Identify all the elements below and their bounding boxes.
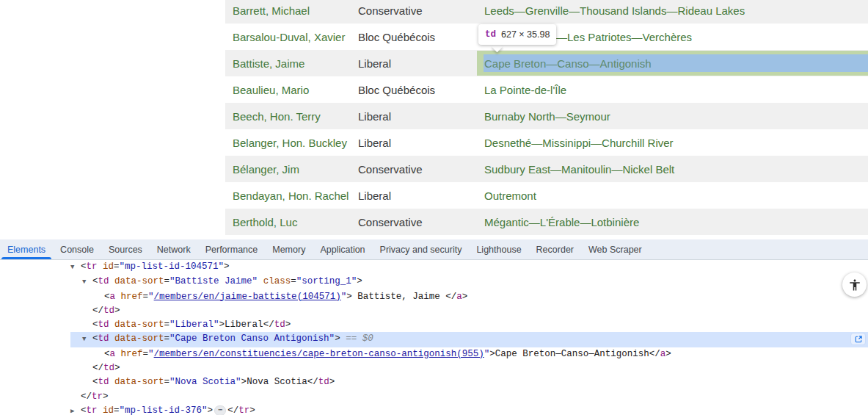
- table-row: Beech, Hon. TerryLiberalBurnaby North—Se…: [225, 103, 868, 129]
- mp-name-link[interactable]: Barsalou-Duval, Xavier: [233, 31, 358, 43]
- accessibility-person-icon: [848, 278, 861, 292]
- code-token: data-sort: [114, 333, 164, 344]
- riding-link[interactable]: La Pointe-de-l'Île: [484, 84, 566, 96]
- code-token: >: [357, 276, 362, 286]
- accessibility-widget-button[interactable]: [842, 273, 867, 297]
- mp-name-link[interactable]: Beech, Hon. Terry: [233, 110, 358, 123]
- code-token: </: [649, 349, 660, 359]
- code-token: td: [98, 320, 109, 330]
- code-line[interactable]: ▼<tr id="mp-list-id-104571">: [70, 260, 868, 275]
- mp-name-link[interactable]: Beaulieu, Mario: [233, 84, 358, 96]
- scroll-into-view-button[interactable]: [850, 333, 866, 345]
- code-token: td: [98, 333, 109, 344]
- tab-web-scraper[interactable]: Web Scraper: [581, 239, 649, 259]
- code-token: >: [103, 391, 109, 402]
- tab-privacy-and-security[interactable]: Privacy and security: [373, 239, 470, 259]
- code-line[interactable]: <a href="/members/en/constituencies/cape…: [70, 347, 868, 361]
- mp-name-link[interactable]: Battiste, Jaime: [233, 57, 358, 70]
- party-label: Bloc Québécois: [358, 31, 484, 43]
- code-token: tr: [92, 391, 103, 402]
- tab-lighthouse[interactable]: Lighthouse: [469, 239, 528, 259]
- tab-sources[interactable]: Sources: [101, 239, 150, 259]
- riding-link[interactable]: Cape Breton—Canso—Antigonish: [484, 57, 652, 70]
- party-label: Conservative: [358, 216, 484, 228]
- code-token: "Battiste Jaime": [169, 276, 258, 286]
- code-line[interactable]: ▶<tr id="mp-list-id-376">⋯</tr>: [70, 404, 868, 415]
- code-token: Battiste, Jaime: [352, 292, 446, 302]
- code-token: </: [81, 391, 92, 402]
- tab-memory[interactable]: Memory: [265, 239, 313, 259]
- code-token: "Cape Breton Canso Antigonish": [169, 333, 335, 344]
- mp-name-link[interactable]: Bélanger, Jim: [233, 163, 358, 176]
- scroll-into-view-icon: [854, 335, 863, 344]
- code-token: td: [274, 320, 285, 330]
- code-line[interactable]: </td>: [70, 361, 868, 375]
- code-line[interactable]: <a href="/members/en/jaime-battiste(1045…: [70, 290, 868, 304]
- code-token: td: [98, 276, 109, 286]
- code-token: [109, 320, 115, 330]
- party-label: Bloc Québécois: [358, 84, 484, 96]
- party-label: Liberal: [358, 137, 484, 149]
- code-token: =: [164, 377, 170, 387]
- code-token: <: [81, 405, 87, 415]
- code-line[interactable]: ▼<td data-sort="Battiste Jaime" class="s…: [70, 275, 868, 289]
- party-label: Liberal: [358, 190, 484, 202]
- tab-elements[interactable]: Elements: [0, 239, 53, 259]
- expand-ellipsis-button[interactable]: ⋯: [214, 405, 226, 415]
- code-line[interactable]: </td>: [70, 304, 868, 318]
- code-token: </: [92, 306, 103, 316]
- code-line-selected[interactable]: ▼<td data-sort="Cape Breton Canso Antigo…: [70, 332, 868, 347]
- mp-name-link[interactable]: Berthold, Luc: [233, 216, 358, 228]
- code-token: Nova Scotia: [247, 377, 307, 387]
- devtools-panel: ElementsConsoleSourcesNetworkPerformance…: [0, 239, 868, 415]
- code-token: tr: [87, 405, 98, 415]
- collapse-arrow-icon[interactable]: ▼: [82, 333, 92, 347]
- code-token: >: [219, 320, 225, 330]
- code-token: </: [307, 377, 318, 387]
- href-link-value[interactable]: /members/en/constituencies/cape-breton-c…: [154, 349, 484, 359]
- code-token: <: [92, 276, 98, 286]
- code-token: <: [92, 377, 98, 387]
- code-token: href: [121, 349, 143, 359]
- tab-network[interactable]: Network: [150, 239, 198, 259]
- code-token: data-sort: [114, 377, 164, 387]
- code-token: <: [104, 292, 110, 302]
- code-line[interactable]: </tr>: [70, 390, 868, 404]
- mp-name-link[interactable]: Belanger, Hon. Buckley: [233, 137, 358, 149]
- code-token: "Liberal": [169, 320, 219, 330]
- collapse-arrow-icon[interactable]: ▼: [82, 275, 92, 289]
- code-token: "sorting_1": [296, 276, 357, 286]
- code-token: =: [291, 276, 296, 286]
- riding-link[interactable]: Outremont: [484, 190, 536, 202]
- code-token: >: [346, 292, 352, 302]
- code-token: =: [143, 349, 149, 359]
- code-token: ": [148, 349, 154, 359]
- code-token: </: [445, 292, 456, 302]
- code-token: >: [249, 405, 255, 415]
- riding-link[interactable]: Burnaby North—Seymour: [484, 110, 610, 123]
- riding-link[interactable]: Desnethé—Missinippi—Churchill River: [484, 137, 674, 149]
- code-line[interactable]: <td data-sort="Nova Scotia">Nova Scotia<…: [70, 375, 868, 389]
- collapse-arrow-icon[interactable]: ▼: [70, 261, 81, 275]
- code-token: ==: [340, 333, 362, 344]
- tab-console[interactable]: Console: [53, 239, 101, 259]
- href-link-value[interactable]: /members/en/jaime-battiste(104571): [154, 292, 341, 302]
- tab-performance[interactable]: Performance: [198, 239, 266, 259]
- code-token: "Nova Scotia": [169, 377, 241, 387]
- mp-name-link[interactable]: Bendayan, Hon. Rachel: [233, 190, 358, 202]
- code-token: =: [114, 405, 120, 415]
- code-token: id: [103, 261, 114, 272]
- table-row: Beaulieu, MarioBloc QuébécoisLa Pointe-d…: [225, 76, 868, 103]
- code-token: >: [208, 405, 214, 415]
- code-token: >: [329, 377, 335, 387]
- code-token: td: [103, 306, 114, 316]
- tab-application[interactable]: Application: [313, 239, 372, 259]
- mp-name-link[interactable]: Barrett, Michael: [233, 4, 358, 17]
- riding-link[interactable]: Leeds—Grenville—Thousand Islands—Rideau …: [484, 4, 745, 17]
- tab-recorder[interactable]: Recorder: [529, 239, 581, 259]
- code-line[interactable]: <td data-sort="Liberal">Liberal</td>: [70, 318, 868, 332]
- code-token: >: [114, 363, 120, 373]
- expand-arrow-icon[interactable]: ▶: [70, 405, 81, 415]
- riding-link[interactable]: Sudbury East—Manitoulin—Nickel Belt: [484, 163, 674, 176]
- riding-link[interactable]: Mégantic—L'Érable—Lotbinière: [484, 216, 639, 228]
